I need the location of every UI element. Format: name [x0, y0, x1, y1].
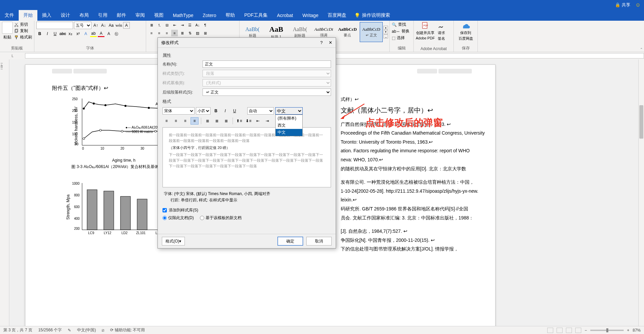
superscript-button[interactable]: x² — [75, 30, 81, 37]
dlg-align-left-button[interactable]: ≡ — [163, 117, 171, 125]
styles-more-button[interactable]: ⎯ — [383, 34, 388, 38]
view-focus-button[interactable] — [547, 328, 553, 333]
view-read-button[interactable] — [557, 328, 563, 333]
dlg-name-input[interactable] — [203, 60, 331, 68]
dlg-align-right-button[interactable]: ≡ — [181, 117, 189, 125]
dlg-spacing-1-button[interactable]: ≣ — [204, 117, 212, 125]
request-sign-button[interactable]: 请求签名 — [437, 22, 445, 41]
align-left-button[interactable]: ≡ — [148, 30, 155, 36]
italic-button[interactable]: I — [44, 30, 51, 37]
dialog-title-bar[interactable]: 修改样式 ? ✕ — [158, 38, 336, 48]
dlg-justify-button[interactable]: ≡ — [191, 117, 199, 125]
menu-home[interactable]: 开始 — [19, 10, 37, 21]
enclose-char-button[interactable]: ㊓ — [113, 30, 120, 37]
multilevel-button[interactable]: ⊟ — [164, 22, 170, 28]
bold-button[interactable]: B — [36, 30, 43, 37]
dlg-add-template-check[interactable]: 添加到样式库(S) — [163, 207, 331, 213]
dlg-radio-template[interactable]: 基于该模板的新文档 — [200, 215, 242, 221]
menu-review[interactable]: 审阅 — [131, 10, 149, 21]
dlg-spacing-15-button[interactable]: ≣ — [213, 117, 221, 125]
zoom-in-button[interactable]: + — [627, 328, 629, 333]
font-size-combo[interactable]: 五号 — [74, 22, 91, 29]
dlg-spacing-2-button[interactable]: ≣ — [222, 117, 230, 125]
menu-file[interactable]: 文件 — [0, 10, 19, 21]
styles-down-button[interactable]: ▾ — [383, 30, 388, 34]
dlg-radio-doc[interactable]: 仅限此文档(D) — [163, 215, 194, 221]
menu-baidu[interactable]: 百度网盘 — [323, 10, 351, 21]
dlg-italic-button[interactable]: I — [221, 107, 229, 115]
font-color-button[interactable]: A — [98, 30, 104, 37]
menu-help[interactable]: 帮助 — [221, 10, 240, 21]
zoom-out-button[interactable]: − — [585, 328, 587, 333]
select-button[interactable]: ⬚ 选择 — [392, 35, 411, 41]
dlg-space-before-dec-button[interactable]: ⬇≡ — [245, 117, 253, 125]
collapse-ribbon-button[interactable]: ⌃ — [640, 47, 643, 51]
dialog-help-button[interactable]: ? — [320, 40, 323, 45]
menu-mathtype[interactable]: MathType — [168, 10, 198, 21]
show-marks-button[interactable]: ¶ — [202, 22, 209, 28]
share-button[interactable]: 🔒 共享 — [615, 2, 630, 8]
styles-up-button[interactable]: ▴ — [383, 26, 388, 30]
dlg-bold-button[interactable]: B — [212, 107, 220, 115]
status-accessibility[interactable]: ⟳ 辅助功能: 不可用 — [110, 327, 145, 333]
dlg-cancel-button[interactable]: 取消 — [306, 237, 332, 245]
menu-layout[interactable]: 布局 — [75, 10, 93, 21]
menu-design[interactable]: 设计 — [56, 10, 75, 21]
copy-button[interactable]: 复制 — [14, 28, 32, 34]
vertical-scrollbar[interactable] — [638, 59, 644, 326]
feedback-icon[interactable]: ☺ — [635, 2, 641, 8]
text-effects-button[interactable]: A — [82, 30, 89, 37]
zoom-level[interactable]: 87% — [633, 328, 641, 333]
change-case-button[interactable]: Aa — [108, 22, 114, 29]
dlg-underline-button[interactable]: U — [231, 107, 239, 115]
align-center-button[interactable]: ≡ — [156, 30, 163, 36]
align-right-button[interactable]: ≡ — [164, 30, 170, 36]
dlg-space-before-inc-button[interactable]: ⬆≡ — [235, 117, 243, 125]
paste-button[interactable]: 粘贴 — [2, 22, 13, 40]
dlg-indent-dec-button[interactable]: ⇤ — [254, 117, 262, 125]
decrease-indent-button[interactable]: ⇤ — [171, 22, 178, 28]
menu-mailings[interactable]: 邮件 — [112, 10, 131, 21]
create-pdf-button[interactable]: PDF 创建并共享Adobe PDF — [416, 22, 435, 41]
shrink-font-button[interactable]: A↓ — [100, 22, 107, 29]
char-border-button[interactable]: A — [123, 22, 130, 29]
tell-me-search[interactable]: 💡 操作说明搜索 — [351, 10, 393, 21]
format-painter-button[interactable]: 格式刷 — [14, 34, 32, 40]
status-macro-icon[interactable]: ⎚ — [102, 328, 104, 333]
dlg-color-combo[interactable]: 自动 — [247, 107, 274, 115]
font-name-combo[interactable] — [36, 22, 73, 29]
status-language[interactable]: 中文(中国) — [77, 327, 96, 333]
underline-button[interactable]: U — [52, 30, 58, 37]
menu-references[interactable]: 引用 — [93, 10, 112, 21]
dlg-lang-combo[interactable]: 中文 (所有脚本) 西文 中文 — [275, 107, 303, 115]
replace-button[interactable]: ab↔ 替换 — [392, 28, 411, 34]
status-page[interactable]: 第 3 页，共 7 页 — [3, 327, 32, 333]
increase-indent-button[interactable]: ⇥ — [179, 22, 186, 28]
style-normal[interactable]: AaBbCcD↵ 正文 — [360, 22, 383, 42]
grow-font-button[interactable]: A↑ — [92, 22, 99, 29]
bullets-button[interactable]: ≣ — [148, 22, 155, 28]
numbering-button[interactable]: ⒈ — [156, 22, 163, 28]
view-print-button[interactable] — [566, 328, 572, 333]
status-word-count[interactable]: 15/2566 个字 — [38, 327, 62, 333]
menu-insert[interactable]: 插入 — [37, 10, 56, 21]
menu-writage[interactable]: Writage — [298, 10, 323, 21]
dlg-add-template-checkbox[interactable] — [163, 208, 167, 212]
cut-button[interactable]: 剪切 — [14, 22, 32, 27]
dlg-lang-option-all[interactable]: (所有脚本) — [276, 115, 302, 122]
borders-button[interactable]: ⊞ — [202, 30, 209, 36]
char-shading-button[interactable]: A — [105, 30, 112, 37]
scrollbar-thumb[interactable] — [639, 105, 643, 139]
vertical-ruler[interactable]: I 48 I — [0, 59, 9, 326]
dlg-ok-button[interactable]: 确定 — [278, 237, 303, 245]
menu-acrobat[interactable]: Acrobat — [272, 10, 298, 21]
style-point[interactable]: AaBbCcD要点 — [336, 22, 359, 42]
dlg-font-size-combo[interactable]: 小四 — [196, 107, 211, 115]
strike-button[interactable]: abc — [59, 30, 66, 37]
subscript-button[interactable]: x₂ — [67, 30, 74, 37]
dlg-lang-option-chinese[interactable]: 中文 — [276, 129, 302, 136]
shading-button[interactable]: ▨ — [194, 30, 201, 36]
dialog-close-button[interactable]: ✕ — [329, 40, 332, 45]
menu-view[interactable]: 视图 — [149, 10, 168, 21]
dlg-font-name-combo[interactable]: 宋体 — [163, 107, 195, 115]
